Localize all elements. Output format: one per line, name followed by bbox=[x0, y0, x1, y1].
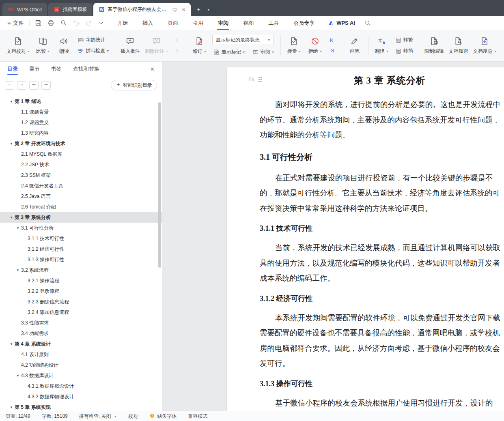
reject-button[interactable]: 拒绝▼ bbox=[305, 34, 325, 57]
toc-item[interactable]: 2.2 JSP 技术 bbox=[0, 159, 162, 170]
accept-button[interactable]: 接受▼ bbox=[284, 34, 304, 57]
toc-item[interactable]: 1.2 课题意义 bbox=[0, 117, 162, 128]
show-markup-button[interactable]: 显示标记▼ bbox=[212, 48, 246, 56]
page-indicator[interactable]: 页面: 12/49 bbox=[6, 413, 30, 420]
print-button[interactable] bbox=[47, 19, 55, 27]
spellcheck-toggle[interactable]: 拼写检查: 关闭 ▼ bbox=[79, 413, 117, 420]
toc-collapse-level-button[interactable] bbox=[41, 81, 51, 90]
doc-slim-button[interactable]: 文档瘦身▼ bbox=[471, 34, 499, 57]
toc-item[interactable]: 3.3 性能需求 bbox=[0, 318, 162, 328]
proofread-button[interactable]: 文档校对▼ bbox=[4, 34, 32, 57]
sidebar-tab-toc[interactable]: 目录 bbox=[7, 62, 18, 76]
toc-item[interactable]: ▼ 第 2 章 开发环境与技术 bbox=[0, 138, 162, 149]
toc-item[interactable]: 3.1.1 技术可行性 bbox=[0, 233, 162, 244]
collapse-triangle-icon[interactable]: ▼ bbox=[15, 374, 21, 378]
proofread-status-button[interactable]: 校对 bbox=[128, 413, 138, 420]
toc-item[interactable]: ▼ 4.3 数据库设计 bbox=[0, 370, 162, 381]
print-preview-button[interactable] bbox=[60, 19, 67, 27]
document-tab[interactable]: W 基于微信小程序的校友会系统 ✕ bbox=[93, 3, 191, 16]
sidebar-scrollbar-thumb[interactable] bbox=[158, 102, 161, 268]
prev-change-button[interactable] bbox=[327, 37, 336, 44]
toc-item[interactable]: 3.1.3 操作可行性 bbox=[0, 254, 162, 265]
menu-item-会员专享[interactable]: 会员专享 bbox=[293, 16, 315, 30]
insert-comment-button[interactable]: 插入批注 bbox=[118, 34, 142, 57]
document-tab[interactable]: 找 找稿壳模板 bbox=[48, 3, 92, 16]
toc-item[interactable]: ▼ 第 4 章 系统设计 bbox=[0, 339, 162, 349]
sidebar-tab-chapters[interactable]: 章节 bbox=[29, 62, 40, 76]
collapse-triangle-icon[interactable]: ▼ bbox=[8, 216, 15, 219]
toc-item[interactable]: 3.2.3 删除信息流程 bbox=[0, 296, 162, 307]
track-changes-button[interactable]: 修订▼ bbox=[190, 34, 210, 57]
document-page[interactable]: H₁ 第 3 章 系统分析 面对即将开发的系统，进行提前的分析是必要的。这也是开… bbox=[227, 67, 504, 411]
missing-fonts-button[interactable]: 缺失字体 bbox=[149, 413, 177, 420]
toc-item[interactable]: 2.4 微信开发者工具 bbox=[0, 180, 162, 191]
paragraph-drag-handles[interactable]: H₁ bbox=[249, 76, 260, 82]
wps-ai-button[interactable]: WPS AI bbox=[327, 19, 355, 26]
toc-item[interactable]: 4.1 设计原则 bbox=[0, 349, 162, 360]
toc-item[interactable]: ▼ 3.1 可行性分析 bbox=[0, 223, 162, 233]
toc-item[interactable]: 4.3.1 数据库概念设计 bbox=[0, 381, 162, 391]
sidebar-tab-bookmarks[interactable]: 书签 bbox=[51, 62, 62, 76]
translate-button[interactable]: 文A翻译▼ bbox=[372, 34, 392, 57]
encrypt-button[interactable]: 文档加密 bbox=[447, 34, 470, 57]
read-aloud-button[interactable]: 朗读 bbox=[54, 34, 74, 57]
save-button[interactable] bbox=[34, 19, 42, 27]
collapse-triangle-icon[interactable]: ▼ bbox=[8, 142, 15, 146]
to-traditional-button[interactable]: 简 转繁 bbox=[394, 36, 414, 44]
drag-dots-icon[interactable] bbox=[258, 77, 260, 78]
toc-item[interactable]: 1.3 研究内容 bbox=[0, 128, 162, 138]
undo-button[interactable] bbox=[72, 19, 80, 27]
word-count-indicator[interactable]: 字数: 15189 bbox=[42, 413, 68, 420]
smart-toc-button[interactable]: 智能识别目录 bbox=[111, 80, 157, 90]
toc-item[interactable]: 1.1 课题背景 bbox=[0, 107, 162, 117]
spellcheck-button[interactable]: ABC 拼写检查▼ bbox=[76, 47, 110, 55]
toc-item[interactable]: 2.1 MYSQL 数据库 bbox=[0, 149, 162, 159]
menu-item-插入[interactable]: 插入 bbox=[142, 16, 154, 30]
heading-level-handle[interactable]: H₁ bbox=[249, 76, 254, 82]
sidebar-close-icon[interactable]: ✕ bbox=[150, 66, 155, 72]
menu-item-审阅[interactable]: 审阅 bbox=[217, 16, 229, 30]
toc-item[interactable]: 2.5 Java 语言 bbox=[0, 191, 162, 202]
next-change-button[interactable] bbox=[327, 47, 336, 54]
menu-item-工具[interactable]: 工具 bbox=[267, 16, 280, 30]
pen-button[interactable]: 画笔 bbox=[345, 34, 365, 57]
toc-item[interactable]: ▼ 3.2 系统流程 bbox=[0, 265, 162, 275]
collapse-triangle-icon[interactable]: ▼ bbox=[15, 226, 21, 230]
delete-comment-button[interactable]: 删除批注▼ bbox=[143, 34, 170, 57]
toc-item[interactable]: 3.4 功能需求 bbox=[0, 328, 162, 339]
toc-item[interactable]: 2.3 SSM 框架 bbox=[0, 170, 162, 180]
menu-item-引用[interactable]: 引用 bbox=[192, 16, 204, 30]
tab-close-icon[interactable]: ✕ bbox=[182, 7, 186, 13]
restrict-edit-button[interactable]: 限制编辑 bbox=[422, 34, 446, 57]
toc-item[interactable]: 3.1.2 经济可行性 bbox=[0, 244, 162, 254]
sidebar-tab-find-replace[interactable]: 查找和替换 bbox=[73, 62, 99, 76]
toc-expand-all-button[interactable] bbox=[17, 81, 26, 90]
quickbar-more-button[interactable] bbox=[97, 19, 105, 27]
menu-item-视图[interactable]: 视图 bbox=[242, 16, 254, 30]
toc-item[interactable]: 3.2.2 登录流程 bbox=[0, 286, 162, 296]
toc-item[interactable]: 4.3.2 数据库物理设计 bbox=[0, 391, 162, 402]
toc-collapse-all-button[interactable] bbox=[5, 81, 14, 90]
collapse-triangle-icon[interactable]: ▼ bbox=[8, 342, 15, 346]
toc-item[interactable]: ▼ 第 1 章 绪论 bbox=[0, 96, 162, 107]
collapse-triangle-icon[interactable]: ▼ bbox=[8, 406, 15, 409]
review-mode-button[interactable]: 审阅▼ bbox=[251, 48, 276, 56]
prev-comment-button[interactable] bbox=[172, 37, 181, 44]
menu-item-开始[interactable]: 开始 bbox=[116, 16, 129, 30]
toc-item[interactable]: ▼ 第 5 章 系统实现 bbox=[0, 402, 162, 411]
search-icon[interactable] bbox=[364, 19, 371, 27]
toc-item[interactable]: 3.2.4 添加信息流程 bbox=[0, 307, 162, 318]
new-tab-button[interactable]: ＋ bbox=[192, 3, 205, 16]
toc-item[interactable]: 3.2.1 操作流程 bbox=[0, 275, 162, 286]
document-tab[interactable]: WPS Office bbox=[2, 3, 47, 16]
file-menu-button[interactable]: ≡ 文件 bbox=[4, 19, 27, 27]
next-comment-button[interactable] bbox=[172, 47, 181, 54]
redo-button[interactable] bbox=[85, 19, 93, 27]
toc-item[interactable]: 2.6 Tomcat 介绍 bbox=[0, 202, 162, 212]
tab-list-chevron-icon[interactable]: ▾ bbox=[205, 3, 212, 16]
markup-state-select[interactable]: 显示标记的最终状态▼ bbox=[212, 35, 274, 45]
toc-item[interactable]: ▼ 第 3 章 系统分析 bbox=[0, 212, 162, 223]
compat-mode-indicator[interactable]: 兼容模式 bbox=[188, 413, 207, 420]
collapse-triangle-icon[interactable]: ▼ bbox=[15, 268, 21, 272]
to-simplified-button[interactable]: 繁 转简 bbox=[394, 47, 414, 55]
